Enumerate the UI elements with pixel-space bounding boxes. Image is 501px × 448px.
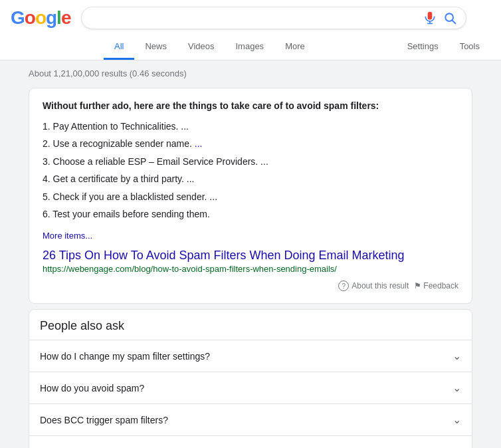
search-bar: how to avoid spam filters	[81, 7, 466, 29]
tab-all[interactable]: All	[104, 35, 134, 60]
results-count: About 1,21,00,000 results (0.46 seconds)	[29, 68, 472, 78]
paa-item-3[interactable]: Does BCC trigger spam filters? ⌄	[29, 403, 472, 435]
list-item: 3. Choose a reliable ESP – Email Service…	[43, 153, 458, 170]
header-top: Google how to avoid spam filters	[11, 7, 490, 29]
chevron-down-icon-4: ⌄	[452, 445, 461, 448]
tab-images[interactable]: Images	[225, 35, 274, 60]
list-item: 1. Pay Attention to Technicalities. ...	[43, 118, 458, 135]
question-mark-icon: ?	[338, 280, 349, 291]
main-content: About 1,21,00,000 results (0.46 seconds)…	[18, 60, 483, 448]
tab-news[interactable]: News	[134, 35, 177, 60]
paa-question-1: How do I change my spam filter settings?	[40, 351, 210, 362]
result-meta: ? About this result ⚑ Feedback	[43, 280, 458, 291]
nav-right: Settings Tools	[397, 35, 490, 60]
svg-line-1	[452, 21, 456, 24]
nav-tabs: All News Videos Images More	[104, 35, 316, 60]
people-also-ask: People also ask How do I change my spam …	[29, 309, 472, 448]
snippet-title: Without further ado, here are the things…	[43, 100, 458, 111]
about-result-label: About this result	[351, 281, 409, 290]
tab-more[interactable]: More	[274, 35, 316, 60]
microphone-icon[interactable]	[423, 11, 437, 25]
list-item: 4. Get a certificate by a third party. .…	[43, 170, 458, 187]
paa-question-3: Does BCC trigger spam filters?	[40, 415, 168, 425]
search-input[interactable]: how to avoid spam filters	[91, 12, 423, 24]
list-item: 5. Check if you are a blacklisted sender…	[43, 188, 458, 205]
snippet-list: 1. Pay Attention to Technicalities. ... …	[43, 118, 458, 223]
list-item: 2. Use a recognizable sender name. ...	[43, 135, 458, 152]
search-icon[interactable]	[443, 11, 456, 25]
featured-snippet: Without further ado, here are the things…	[29, 88, 472, 304]
google-logo: Google	[11, 7, 70, 29]
feedback-label: Feedback	[423, 281, 458, 290]
list-item: 6. Test your emails before sending them.	[43, 205, 458, 223]
more-items-link[interactable]: More items...	[43, 231, 458, 241]
chevron-down-icon-1: ⌄	[452, 350, 461, 362]
search-icons	[423, 11, 456, 25]
paa-question-2: How do you avoid spam?	[40, 383, 144, 393]
header: Google how to avoid spam filters All	[0, 0, 501, 60]
nav-bar: All News Videos Images More Settings Too…	[11, 35, 490, 60]
chevron-down-icon-3: ⌄	[452, 413, 461, 426]
snippet-link[interactable]: ...	[195, 138, 203, 149]
result-url: https://webengage.com/blog/how-to-avoid-…	[43, 264, 458, 274]
tab-settings[interactable]: Settings	[397, 35, 449, 60]
paa-item-4[interactable]: How do I change the spam filter in Gmail…	[29, 435, 472, 448]
paa-title: People also ask	[29, 310, 472, 340]
tab-tools[interactable]: Tools	[449, 35, 490, 60]
paa-item-2[interactable]: How do you avoid spam? ⌄	[29, 372, 472, 403]
feedback-link[interactable]: ⚑ Feedback	[414, 281, 458, 290]
paa-item-1[interactable]: How do I change my spam filter settings?…	[29, 340, 472, 372]
result-title-link[interactable]: 26 Tips On How To Avoid Spam Filters Whe…	[43, 249, 458, 263]
about-result[interactable]: ? About this result	[338, 280, 409, 291]
tab-videos[interactable]: Videos	[177, 35, 225, 60]
flag-icon: ⚑	[414, 281, 421, 290]
chevron-down-icon-2: ⌄	[452, 382, 461, 394]
